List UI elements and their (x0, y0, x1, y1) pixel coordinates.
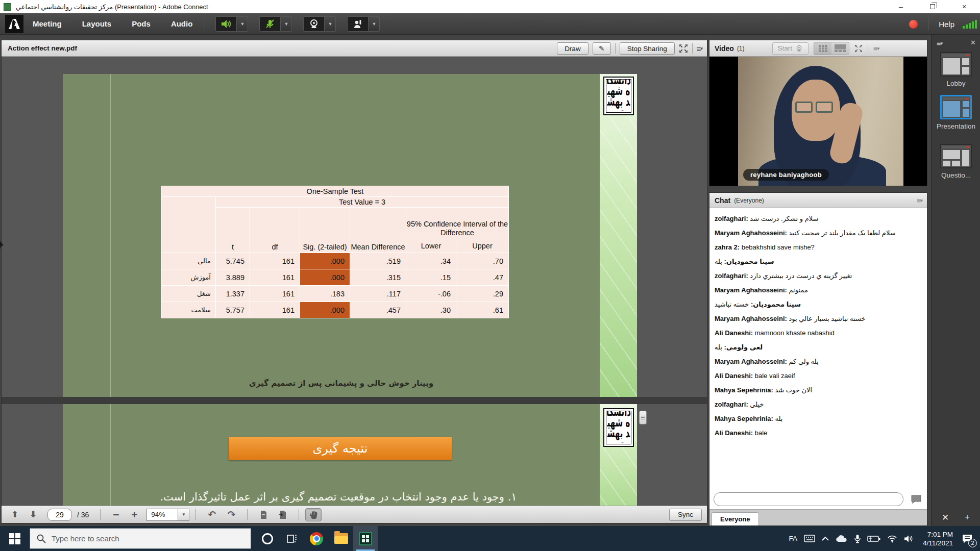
pod-options-menu[interactable]: ≡▾ (697, 44, 703, 53)
close-layout-button[interactable]: ✕ (942, 512, 949, 523)
language-indicator[interactable]: FA (789, 535, 797, 542)
separator (692, 43, 693, 54)
action-center-button[interactable]: 2 (960, 531, 975, 546)
adobe-logo-icon (5, 15, 23, 33)
video-pod-options-menu[interactable]: ≡▾ (873, 44, 879, 53)
start-button[interactable] (0, 526, 30, 551)
taskbar-search[interactable]: Type here to search (30, 528, 251, 549)
fullscreen-arrows-icon (679, 44, 688, 53)
undo-button[interactable]: ↶ (202, 509, 222, 520)
university-logo: دانشگاه شهید بهشتی (603, 77, 634, 115)
chat-message: Ali Daneshi: bale vali zaeif (715, 372, 922, 379)
page-number-input[interactable] (47, 509, 72, 521)
layouts-options-menu[interactable]: ≡▾ (937, 39, 943, 47)
scrollbar-thumb[interactable] (639, 411, 647, 424)
screen: مركز تحقيقات روانشناسي اجتماعي (Presenta… (0, 0, 980, 551)
grid-view-button[interactable] (814, 42, 831, 55)
taskbar-chrome[interactable] (304, 526, 329, 551)
taskbar-adobe-connect[interactable] (353, 526, 378, 551)
zoom-dropdown[interactable]: ▼ (178, 509, 189, 521)
separator (247, 509, 248, 520)
chat-pod-options-menu[interactable]: ≡▾ (917, 196, 923, 205)
tray-expand-chevron-icon[interactable] (822, 536, 829, 541)
taskbar-cortana[interactable] (255, 526, 280, 551)
send-message-button[interactable] (909, 492, 924, 506)
minimize-button[interactable]: – (885, 0, 917, 13)
microphone-dropdown[interactable]: ▼ (281, 16, 292, 32)
webcam-dropdown[interactable]: ▼ (325, 16, 336, 32)
redo-button[interactable]: ↷ (222, 509, 241, 520)
col-header-upper: Upper (456, 239, 509, 253)
chat-message: سينا محموديان: بله (715, 258, 922, 265)
stop-sharing-button[interactable]: Stop Sharing (620, 42, 675, 55)
onedrive-icon[interactable] (836, 535, 848, 543)
zoom-in-button[interactable]: + (125, 509, 143, 521)
touch-keyboard-icon[interactable] (804, 535, 815, 542)
hand-icon (310, 510, 317, 519)
fit-width-button[interactable] (273, 510, 292, 519)
draw-button[interactable]: Draw (557, 42, 589, 55)
speaker-dropdown[interactable]: ▼ (237, 16, 248, 32)
menu-layouts[interactable]: Layouts (82, 19, 112, 28)
next-page-button[interactable]: ⬇ (24, 509, 42, 520)
chat-message: Mahya Sepehrinia: الان خوب شد (715, 387, 922, 393)
menu-meeting[interactable]: Meeting (33, 19, 62, 28)
chat-tab-bar: Everyone (709, 509, 927, 525)
layout-item-lobby[interactable]: Lobby (932, 52, 980, 87)
add-layout-button[interactable]: + (965, 512, 970, 523)
date-label: 4/11/2021 (923, 539, 953, 547)
speaker-icon (220, 19, 232, 29)
adobe-connect-app-icon (4, 3, 11, 11)
webcam-video-frame (738, 57, 903, 186)
close-button[interactable]: × (948, 0, 980, 13)
chat-message-input[interactable] (714, 492, 903, 506)
help-menu[interactable]: Help (939, 20, 954, 29)
wifi-icon[interactable] (887, 535, 897, 543)
fullscreen-button[interactable] (679, 44, 688, 53)
pencil-tool-button[interactable]: ✎ (593, 42, 611, 55)
pan-hand-tool[interactable] (305, 508, 322, 521)
col-header-lower: Lower (406, 239, 456, 253)
chat-message: Mahya Sepehrinia: بله (715, 415, 922, 422)
taskbar-file-explorer[interactable] (329, 526, 353, 551)
taskbar-clock[interactable]: 7:01 PM 4/11/2021 (923, 530, 953, 547)
zoom-level-value[interactable]: 94% (146, 509, 178, 521)
menu-audio[interactable]: Audio (171, 19, 193, 28)
conclusion-banner: نتيجه گيری (229, 437, 452, 460)
slide-divider (2, 397, 707, 404)
connection-status-icon[interactable] (963, 19, 977, 29)
table-row: مالی5.745161.000.519.34.70 (162, 253, 509, 269)
presentation-toolbar: ⬆ ⬇ / 36 − + 94% ▼ ↶ ↷ S (2, 506, 707, 523)
taskbar-task-view[interactable] (280, 526, 304, 551)
volume-icon[interactable] (904, 535, 913, 543)
tab-everyone[interactable]: Everyone (712, 512, 759, 525)
battery-icon[interactable] (867, 535, 880, 542)
recording-indicator-icon (909, 20, 918, 29)
filmstrip-view-button[interactable] (831, 42, 849, 55)
layout-item-questions[interactable]: Questio... (932, 144, 980, 179)
layouts-collapse-icon[interactable]: ✕ (970, 39, 976, 47)
fit-page-button[interactable] (254, 510, 273, 519)
chat-input-row (709, 490, 927, 509)
fullscreen-arrows-icon (854, 44, 863, 53)
zoom-out-button[interactable]: − (107, 509, 125, 521)
raise-hand-dropdown[interactable]: ▼ (369, 16, 380, 32)
microphone-tray-icon[interactable] (854, 534, 861, 543)
start-webcam-button[interactable]: Start (772, 42, 809, 55)
sync-button[interactable]: Sync (669, 509, 702, 521)
slide-30: دانشگاه شهید بهشتی نتيجه گيری ١. وجود یا… (63, 404, 637, 506)
previous-page-button[interactable]: ⬆ (6, 509, 24, 520)
menu-pods[interactable]: Pods (132, 19, 151, 28)
chrome-icon (310, 532, 323, 545)
speaker-button[interactable] (215, 16, 237, 32)
raise-hand-button[interactable] (347, 16, 369, 32)
col-header-df: df (250, 208, 300, 253)
restore-button[interactable] (917, 0, 948, 13)
video-fullscreen-button[interactable] (854, 44, 863, 53)
university-logo: دانشگاه شهید بهشتی (603, 408, 634, 447)
layout-item-presentation[interactable]: Presentation (932, 95, 980, 130)
chat-message: Maryam Aghahosseini: خسته نباشيد بسيار ع… (715, 315, 922, 322)
notification-badge: 2 (968, 539, 977, 547)
microphone-button[interactable] (259, 16, 281, 32)
webcam-button[interactable] (303, 16, 325, 32)
